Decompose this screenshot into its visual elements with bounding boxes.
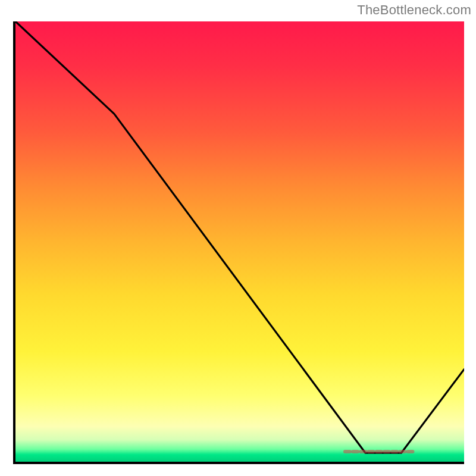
attribution-text: TheBottleneck.com	[357, 2, 471, 18]
chart-canvas: TheBottleneck.com	[0, 0, 476, 476]
bottleneck-curve	[15, 21, 464, 453]
chart-svg	[15, 21, 464, 462]
plot-area	[13, 21, 464, 464]
